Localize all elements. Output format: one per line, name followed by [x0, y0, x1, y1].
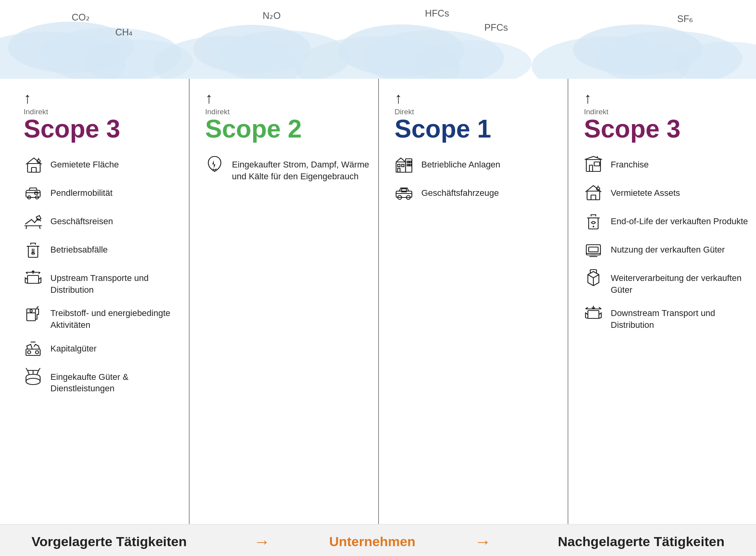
- icon-vermietete: [584, 183, 604, 204]
- co2-label: CO₂: [72, 12, 90, 22]
- label-downstream: Downstream Transport und Distribution: [611, 303, 749, 331]
- scope1-header: ↑ Direkt Scope 1: [395, 90, 560, 141]
- svg-rect-25: [28, 275, 39, 283]
- svg-rect-44: [410, 164, 411, 166]
- svg-rect-52: [591, 195, 596, 200]
- item-betriebsabfaelle: Betriebsabfälle: [24, 236, 181, 264]
- svg-rect-38: [398, 164, 400, 167]
- icon-upstream: [24, 268, 44, 289]
- label-eingekaufte: Eingekaufte Güter & Dienstleistungen: [50, 367, 181, 394]
- scope3-left-title: Scope 3: [24, 116, 181, 141]
- scope2-col: ↑ Indirekt Scope 2 Eingekaufter Strom, D…: [189, 79, 378, 524]
- arrow-up-scope3-left: ↑: [24, 90, 181, 107]
- svg-rect-26: [27, 309, 35, 321]
- bottom-right-label: Nachgelagerte Tätigkeiten: [558, 534, 724, 549]
- svg-point-27: [30, 310, 32, 312]
- item-geschaeftsreisen: Geschäftsreisen: [24, 208, 181, 236]
- scope3-right-col: ↑ Indirekt Scope 3 Franchise: [568, 79, 756, 524]
- clouds-section: CO₂ CH₄ N₂O HFCs PFCs SF₆: [0, 0, 756, 79]
- svg-rect-16: [32, 167, 36, 172]
- label-vermietete: Vermietete Assets: [611, 183, 680, 199]
- icon-strom: [205, 155, 226, 175]
- label-betriebsabfaelle: Betriebsabfälle: [50, 240, 108, 256]
- item-weiterverarbeitung: Weiterverarbeitung der verkauften Güter: [584, 264, 749, 299]
- label-weiterverarbeitung: Weiterverarbeitung der verkauften Güter: [611, 268, 749, 296]
- icon-kapitalgueter: [24, 339, 44, 359]
- svg-point-32: [26, 378, 40, 385]
- icon-treibstoff: [24, 303, 44, 324]
- arrow-up-scope3-right: ↑: [584, 90, 749, 107]
- sf6-label: SF₆: [677, 13, 693, 24]
- ch4-label: CH₄: [115, 27, 133, 37]
- svg-rect-43: [407, 164, 409, 166]
- icon-pendler: [24, 183, 44, 204]
- item-eingekaufte: Eingekaufte Güter & Dienstleistungen: [24, 363, 181, 398]
- svg-rect-42: [410, 161, 411, 163]
- svg-rect-40: [398, 168, 400, 172]
- n2o-label: N₂O: [263, 10, 281, 21]
- scope2-title: Scope 2: [205, 116, 371, 141]
- item-vermietete: Vermietete Assets: [584, 179, 749, 208]
- scope1-title: Scope 1: [395, 116, 560, 141]
- label-treibstoff: Treibstoff- und energiebedingte Aktivitä…: [50, 303, 181, 331]
- item-gemietete: Gemietete Fläche: [24, 151, 181, 179]
- item-kapitalgueter: Kapitalgüter: [24, 335, 181, 363]
- svg-rect-28: [26, 349, 40, 355]
- label-gemietete: Gemietete Fläche: [50, 155, 119, 171]
- icon-endoflife: [584, 212, 604, 232]
- scope3-right-header: ↑ Indirekt Scope 3: [584, 90, 749, 141]
- svg-point-6: [193, 25, 311, 74]
- icon-franchise: [584, 155, 604, 175]
- svg-line-23: [39, 226, 40, 229]
- arrow-up-scope1: ↑: [395, 90, 560, 107]
- svg-point-30: [35, 351, 39, 354]
- item-betriebliche: Betriebliche Anlagen: [395, 151, 560, 179]
- icon-geschaeftsfahrzeuge: [395, 183, 415, 204]
- icon-betriebliche: [395, 155, 415, 175]
- icon-betriebsabfaelle: [24, 240, 44, 260]
- pfcs-label: PFCs: [484, 22, 508, 33]
- label-upstream: Upstream Transporte und Distribution: [50, 268, 181, 296]
- svg-rect-50: [594, 162, 600, 166]
- label-kapitalgueter: Kapitalgüter: [50, 339, 96, 355]
- svg-rect-60: [588, 311, 599, 318]
- cloud-svg: CO₂ CH₄ N₂O HFCs PFCs SF₆: [0, 0, 756, 79]
- label-geschaeftsfahrzeuge: Geschäftsfahrzeuge: [421, 183, 499, 199]
- svg-rect-39: [402, 164, 404, 167]
- item-strom: Eingekaufter Strom, Dampf, Wärme und Käl…: [205, 151, 371, 186]
- arrow-right-1: →: [254, 532, 270, 551]
- svg-point-29: [28, 351, 31, 354]
- svg-rect-59: [589, 247, 598, 252]
- item-geschaeftsfahrzeuge: Geschäftsfahrzeuge: [395, 179, 560, 208]
- svg-rect-49: [589, 165, 593, 171]
- label-franchise: Franchise: [611, 155, 649, 171]
- svg-line-34: [39, 368, 40, 370]
- bottom-left-label: Vorgelagerte Tätigkeiten: [32, 534, 187, 549]
- label-betriebliche: Betriebliche Anlagen: [421, 155, 500, 171]
- item-treibstoff: Treibstoff- und energiebedingte Aktivitä…: [24, 299, 181, 335]
- hfcs-label: HFCs: [425, 8, 449, 19]
- scope3-left-col: ↑ Indirekt Scope 3 Gemietete Fläche: [0, 79, 189, 524]
- scope3-right-title: Scope 3: [584, 116, 749, 141]
- icon-downstream: [584, 303, 604, 324]
- svg-line-33: [26, 368, 28, 370]
- item-endoflife: End-of-Life der verkauften Produkte: [584, 208, 749, 236]
- icon-weiterverarbeitung: [584, 268, 604, 289]
- item-downstream: Downstream Transport und Distribution: [584, 299, 749, 335]
- scope2-header: ↑ Indirekt Scope 2: [205, 90, 371, 141]
- svg-rect-24: [28, 246, 38, 257]
- label-geschaeftsreisen: Geschäftsreisen: [50, 212, 113, 227]
- arrow-up-scope2: ↑: [205, 90, 371, 107]
- columns-grid: ↑ Indirekt Scope 3 Gemietete Fläche: [0, 79, 756, 524]
- scope3-left-header: ↑ Indirekt Scope 3: [24, 90, 181, 141]
- label-endoflife: End-of-Life der verkauften Produkte: [611, 212, 748, 227]
- label-strom: Eingekaufter Strom, Dampf, Wärme und Käl…: [232, 155, 371, 182]
- bottom-bar: Vorgelagerte Tätigkeiten → Unternehmen →…: [0, 524, 756, 556]
- svg-line-22: [26, 226, 27, 229]
- item-franchise: Franchise: [584, 151, 749, 179]
- item-nutzung: Nutzung der verkauften Güter: [584, 236, 749, 264]
- item-upstream: Upstream Transporte und Distribution: [24, 264, 181, 299]
- arrow-right-2: →: [474, 532, 491, 551]
- icon-eingekaufte: [24, 367, 44, 388]
- icon-nutzung: [584, 240, 604, 260]
